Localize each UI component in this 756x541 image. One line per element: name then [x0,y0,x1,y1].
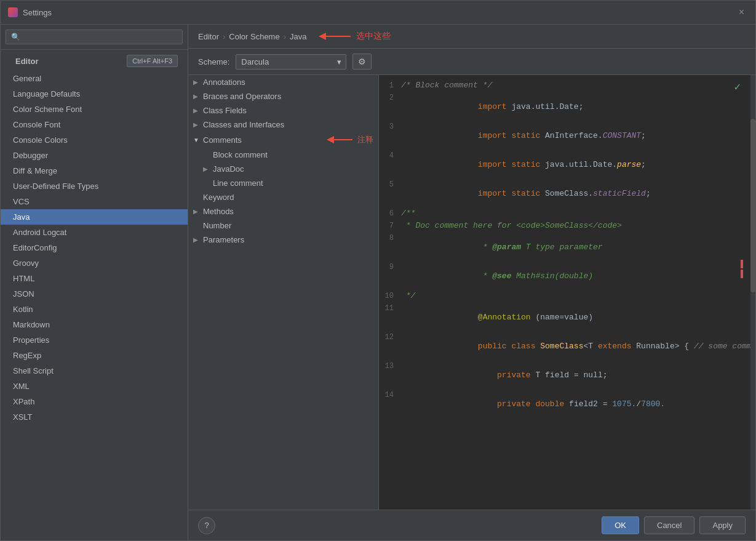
tree-item-number[interactable]: ▶ Number [188,218,378,233]
tree-arrow-icon: ▶ [193,79,201,86]
tree-arrow-icon: ▶ [193,236,201,243]
sidebar-item-json[interactable]: JSON [1,286,188,302]
dialog-title: Settings [23,8,52,17]
cancel-button[interactable]: Cancel [644,516,694,534]
bottom-bar: ? OK Cancel Apply [188,510,755,540]
breadcrumb-color-scheme: Color Scheme [229,32,279,41]
sidebar-item-regexp[interactable]: RegExp [1,348,188,363]
code-line: 10 */ [379,291,750,303]
code-line: 14 private double field2 = 1075./7800. [379,390,750,419]
dialog-body: Editor Ctrl+F Alt+F3 General Language De… [1,25,755,540]
main-content: ▶ Annotations ▶ Braces and Operators ▶ C… [188,75,755,510]
tree-item-keyword[interactable]: ▶ Keyword [188,190,378,204]
tree-item-comments[interactable]: ▼ Comments 注释 [188,132,378,148]
sidebar-item-kotlin[interactable]: Kotlin [1,302,188,317]
sidebar-item-language-defaults[interactable]: Language Defaults [1,86,188,102]
app-icon [8,7,18,17]
sidebar-item-html[interactable]: HTML [1,271,188,286]
sidebar-item-console-colors[interactable]: Console Colors [1,132,188,148]
sidebar-item-xpath[interactable]: XPath [1,394,188,409]
sidebar-item-editorconfig[interactable]: EditorConfig [1,240,188,255]
code-panel: ✓ 1 /* Block comment */ 2 import jav [379,75,750,510]
scheme-bar: Scheme: Darcula Default High Contrast ⚙ [188,49,755,75]
tree-item-block-comment[interactable]: ▶ Block comment [188,148,378,162]
tree-item-annotations[interactable]: ▶ Annotations [188,75,378,89]
breadcrumb-sep2: › [284,32,286,41]
code-line: 13 private T field = null; [379,361,750,390]
code-line: 4 import static java.util.Date.parse; [379,150,750,179]
breadcrumb: Editor › Color Scheme › Java 选中这些 [188,25,755,49]
sidebar-item-vcs[interactable]: VCS [1,194,188,209]
sidebar-item-user-defined[interactable]: User-Defined File Types [1,178,188,194]
code-area: ✓ 1 /* Block comment */ 2 import jav [379,75,750,510]
code-line: 5 import static SomeClass.staticField; [379,179,750,208]
tree-item-braces[interactable]: ▶ Braces and Operators [188,89,378,103]
annotation-arrow-icon [317,31,354,42]
change-marker [741,260,743,268]
sidebar-item-diff-merge[interactable]: Diff & Merge [1,163,188,178]
sidebar-content: Editor Ctrl+F Alt+F3 General Language De… [1,50,188,540]
code-line: 1 /* Block comment */ [379,80,750,92]
change-marker [741,270,743,278]
tree-item-methods[interactable]: ▶ Methods [188,204,378,218]
comments-arrow-icon [325,135,356,145]
ok-button[interactable]: OK [602,516,639,534]
scheme-label: Scheme: [198,57,229,66]
sidebar-item-xml[interactable]: XML [1,379,188,394]
scrollbar-thumb [750,119,755,292]
shortcut-button[interactable]: Ctrl+F Alt+F3 [127,55,178,67]
change-markers [741,260,743,278]
tree-arrow-icon: ▶ [193,93,201,100]
code-line: 9 * @see Math#sin(double) [379,262,750,291]
sidebar-item-color-scheme-font[interactable]: Color Scheme Font [1,102,188,117]
sidebar-item-console-font[interactable]: Console Font [1,117,188,132]
tree-arrow-icon: ▶ [193,121,201,128]
tree-item-classes[interactable]: ▶ Classes and Interfaces [188,118,378,132]
sidebar-item-groovy[interactable]: Groovy [1,255,188,271]
sidebar: Editor Ctrl+F Alt+F3 General Language De… [1,25,188,540]
tree-item-class-fields[interactable]: ▶ Class Fields [188,103,378,118]
sidebar-item-java[interactable]: Java [1,209,188,225]
code-line: 8 * @param T type parameter [379,233,750,262]
comments-section: ▼ Comments 注释 [188,132,378,190]
code-line: 11 @Annotation (name=value) [379,303,750,332]
tree-arrow-icon: ▶ [193,107,201,114]
comments-annotation: 注释 [357,134,373,145]
help-button[interactable]: ? [198,517,215,534]
settings-dialog: Settings × Editor Ctrl+F Alt+F3 General [0,0,756,541]
title-bar-left: Settings [8,7,52,17]
tree-item-javadoc[interactable]: ▶ JavaDoc [188,162,378,176]
scheme-select-wrapper: Darcula Default High Contrast [236,54,346,70]
close-button[interactable]: × [735,6,748,19]
right-panel: Editor › Color Scheme › Java 选中这些 Scheme… [188,25,755,540]
breadcrumb-sep1: › [223,32,225,41]
breadcrumb-java: Java [290,32,306,41]
apply-button[interactable]: Apply [699,516,746,534]
breadcrumb-editor: Editor [198,32,219,41]
code-line: 7 * Doc comment here for <code>SomeClass… [379,220,750,233]
vertical-scrollbar[interactable] [750,75,755,510]
tree-item-parameters[interactable]: ▶ Parameters [188,233,378,247]
sidebar-item-properties[interactable]: Properties [1,332,188,348]
sidebar-section-label: Editor [8,53,46,70]
annotation-label: 选中这些 [356,31,391,42]
sidebar-item-general[interactable]: General [1,71,188,86]
gear-button[interactable]: ⚙ [352,54,372,70]
search-box [1,25,188,50]
scheme-select[interactable]: Darcula Default High Contrast [236,54,346,70]
sidebar-item-markdown[interactable]: Markdown [1,317,188,332]
help-section: ? [198,516,597,534]
sidebar-item-android-logcat[interactable]: Android Logcat [1,225,188,240]
sidebar-item-shell-script[interactable]: Shell Script [1,363,188,379]
title-bar: Settings × [1,1,755,25]
tree-arrow-icon: ▶ [203,166,210,172]
tree-panel: ▶ Annotations ▶ Braces and Operators ▶ C… [188,75,379,510]
code-line: 12 public class SomeClass<T extends Runn… [379,332,750,361]
tree-item-line-comment[interactable]: ▶ Line comment [188,176,378,190]
tree-arrow-icon: ▼ [193,137,201,143]
sidebar-item-xslt[interactable]: XSLT [1,409,188,425]
code-line: 3 import static AnInterface.CONSTANT; [379,121,750,150]
sidebar-item-debugger[interactable]: Debugger [1,148,188,163]
checkmark-icon: ✓ [734,80,741,94]
search-input[interactable] [6,30,183,44]
